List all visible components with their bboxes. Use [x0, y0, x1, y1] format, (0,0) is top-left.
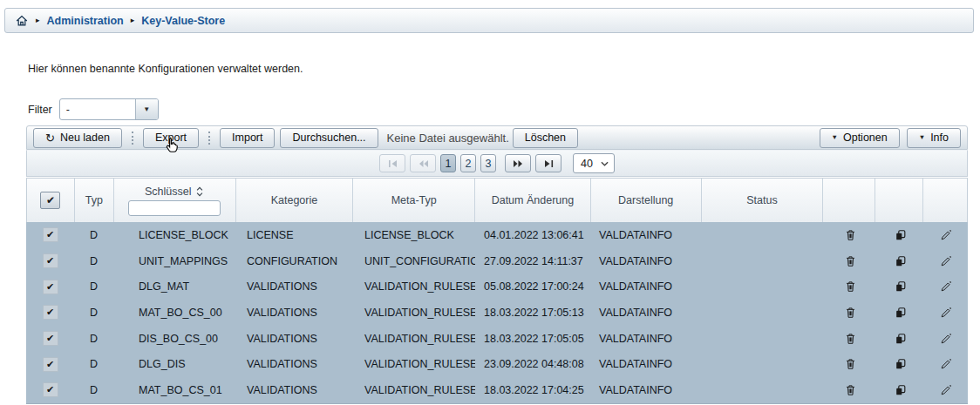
- delete-row-button[interactable]: [824, 358, 876, 370]
- row-checkbox[interactable]: ✔: [43, 331, 58, 346]
- next-page-icon: [513, 159, 524, 168]
- paginator-next-button[interactable]: [505, 154, 531, 172]
- row-checkbox[interactable]: ✔: [43, 382, 58, 397]
- paginator-page-2[interactable]: 2: [460, 154, 476, 172]
- row-checkbox[interactable]: ✔: [43, 280, 58, 294]
- key-value-table: ✔ Typ Schlüssel Kategorie Meta-Typ Datum…: [26, 178, 968, 404]
- row-checkbox[interactable]: ✔: [43, 357, 58, 372]
- paginator-last-button[interactable]: [535, 154, 561, 172]
- header-meta-typ-label: Meta-Typ: [391, 194, 437, 206]
- pencil-icon: [940, 358, 952, 370]
- row-checkbox[interactable]: ✔: [43, 227, 58, 242]
- toolbar: ↻ Neu laden Export Import Durchsuchen...…: [26, 125, 968, 150]
- edit-row-button[interactable]: [924, 358, 968, 370]
- chevron-down-icon: ▼: [919, 134, 925, 141]
- cell-meta-typ: VALIDATION_RULESET: [353, 333, 475, 345]
- paginator-page-3[interactable]: 3: [480, 154, 496, 172]
- table-body: ✔ D LICENSE_BLOCK LICENSE LICENSE_BLOCK …: [26, 222, 968, 404]
- filter-dropdown-value[interactable]: -: [60, 99, 135, 119]
- delete-row-button[interactable]: [824, 280, 876, 293]
- cell-datum-aenderung: 23.09.2022 04:48:08: [475, 358, 591, 370]
- copy-icon: [895, 307, 907, 319]
- edit-row-button[interactable]: [924, 307, 968, 319]
- paginator: 1 2 3 40: [26, 150, 968, 177]
- cell-datum-aenderung: 04.01.2022 13:06:41: [475, 229, 591, 241]
- table-row[interactable]: ✔ D MAT_BO_CS_01 VALIDATIONS VALIDATION_…: [26, 377, 968, 403]
- copy-row-button[interactable]: [876, 333, 924, 345]
- export-button[interactable]: Export: [143, 128, 199, 148]
- breadcrumb-separator-icon: ▸: [131, 17, 135, 24]
- header-darstellung: Darstellung: [591, 179, 702, 222]
- copy-row-button[interactable]: [876, 280, 924, 293]
- table-row[interactable]: ✔ D MAT_BO_CS_00 VALIDATIONS VALIDATION_…: [26, 300, 968, 326]
- cell-kategorie: VALIDATIONS: [235, 333, 353, 345]
- reload-button[interactable]: ↻ Neu laden: [33, 128, 122, 148]
- cell-schluessel: DLG_DIS: [113, 358, 235, 370]
- copy-row-button[interactable]: [876, 384, 924, 396]
- delete-row-button[interactable]: [824, 384, 876, 396]
- delete-row-button[interactable]: [824, 307, 876, 319]
- check-icon: ✔: [46, 195, 55, 206]
- rows-per-page-select[interactable]: 40: [573, 153, 615, 173]
- delete-button[interactable]: Löschen: [513, 128, 578, 148]
- table-row[interactable]: ✔ D DLG_DIS VALIDATIONS VALIDATION_RULES…: [26, 351, 968, 377]
- export-button-label: Export: [155, 132, 187, 144]
- delete-row-button[interactable]: [824, 333, 876, 345]
- edit-row-button[interactable]: [924, 333, 968, 345]
- options-menu-button[interactable]: ▼ Optionen: [820, 128, 900, 148]
- copy-icon: [895, 384, 907, 396]
- trash-icon: [845, 307, 856, 319]
- filter-dropdown[interactable]: - ▼: [59, 98, 159, 120]
- import-button[interactable]: Import: [220, 128, 275, 148]
- cell-typ: D: [74, 307, 113, 319]
- info-menu-button[interactable]: ▼ Info: [907, 128, 961, 148]
- row-checkbox[interactable]: ✔: [43, 305, 58, 320]
- table-row[interactable]: ✔ D UNIT_MAPPINGS CONFIGURATION UNIT_CON…: [26, 248, 968, 274]
- cell-datum-aenderung: 05.08.2022 17:00:24: [475, 280, 591, 293]
- copy-row-button[interactable]: [876, 229, 924, 241]
- breadcrumb-separator-icon: ▸: [36, 17, 40, 24]
- sort-schluessel[interactable]: Schlüssel: [145, 186, 205, 198]
- copy-icon: [895, 255, 907, 267]
- select-all-checkbox[interactable]: ✔: [40, 192, 60, 209]
- breadcrumb-link-key-value-store[interactable]: Key-Value-Store: [141, 15, 225, 27]
- schluessel-filter-input[interactable]: [128, 200, 221, 216]
- cell-meta-typ: UNIT_CONFIGURATION: [353, 255, 475, 267]
- delete-row-button[interactable]: [824, 255, 876, 267]
- copy-icon: [895, 333, 907, 345]
- browse-file-button[interactable]: Durchsuchen...: [280, 128, 378, 148]
- table-row[interactable]: ✔ D LICENSE_BLOCK LICENSE LICENSE_BLOCK …: [26, 222, 968, 248]
- breadcrumb-link-administration[interactable]: Administration: [47, 15, 124, 27]
- edit-row-button[interactable]: [924, 280, 968, 293]
- copy-row-button[interactable]: [876, 307, 924, 319]
- cell-datum-aenderung: 18.03.2022 17:04:25: [475, 384, 591, 396]
- table-row[interactable]: ✔ D DLG_MAT VALIDATIONS VALIDATION_RULES…: [26, 273, 968, 300]
- file-status-text: Keine Datei ausgewählt.: [387, 132, 509, 145]
- cell-darstellung: VALDATAINFO: [591, 384, 702, 396]
- copy-row-button[interactable]: [876, 358, 924, 370]
- row-checkbox[interactable]: ✔: [43, 253, 58, 268]
- cell-kategorie: VALIDATIONS: [235, 307, 353, 319]
- cell-kategorie: CONFIGURATION: [235, 255, 353, 267]
- table-row[interactable]: ✔ D DIS_BO_CS_00 VALIDATIONS VALIDATION_…: [26, 326, 968, 352]
- copy-row-button[interactable]: [876, 255, 924, 267]
- trash-icon: [845, 333, 856, 345]
- edit-row-button[interactable]: [924, 384, 968, 396]
- cell-schluessel: DIS_BO_CS_00: [113, 333, 235, 345]
- edit-row-button[interactable]: [924, 255, 968, 267]
- reload-button-label: Neu laden: [60, 132, 110, 144]
- header-kategorie-label: Kategorie: [271, 194, 318, 206]
- cell-meta-typ: LICENSE_BLOCK: [353, 229, 475, 241]
- home-icon[interactable]: [15, 14, 29, 28]
- browse-file-button-label: Durchsuchen...: [292, 132, 365, 144]
- cell-kategorie: VALIDATIONS: [235, 384, 353, 396]
- toolbar-separator: [208, 132, 210, 145]
- paginator-page-1[interactable]: 1: [440, 154, 456, 172]
- row-select-cell: ✔: [26, 305, 74, 320]
- table-header-row: ✔ Typ Schlüssel Kategorie Meta-Typ Datum…: [26, 178, 968, 222]
- check-icon: ✔: [46, 307, 54, 317]
- delete-row-button[interactable]: [824, 229, 876, 241]
- filter-dropdown-button[interactable]: ▼: [135, 99, 158, 119]
- edit-row-button[interactable]: [924, 229, 968, 241]
- cell-schluessel: DLG_MAT: [113, 280, 235, 293]
